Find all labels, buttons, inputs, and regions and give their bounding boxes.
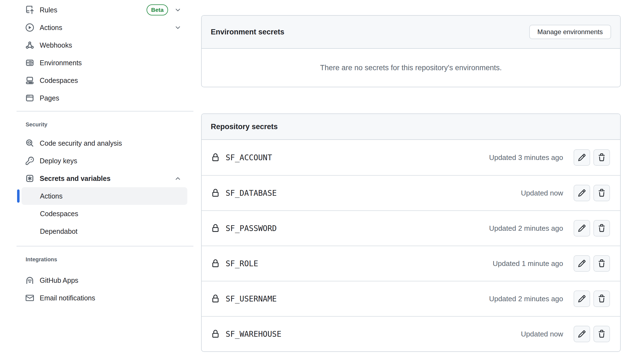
secret-row: SF_ROLE Updated 1 minute ago: [202, 246, 620, 281]
secret-name: SF_WAREHOUSE: [226, 330, 281, 339]
sidebar-item-label: Webhooks: [40, 41, 72, 49]
edit-secret-button[interactable]: [574, 185, 590, 201]
delete-secret-button[interactable]: [593, 185, 610, 201]
secret-updated: Updated now: [521, 330, 563, 338]
sidebar-item-label: Email notifications: [40, 294, 95, 302]
play-icon: [26, 23, 34, 32]
sidebar-item-label: Rules: [40, 6, 57, 14]
webhook-icon: [26, 41, 34, 49]
trash-icon: [598, 153, 606, 162]
secret-updated: Updated now: [521, 189, 563, 197]
sidebar-divider: [17, 246, 193, 246]
lock-icon: [211, 153, 220, 162]
edit-secret-button[interactable]: [574, 290, 590, 307]
mail-icon: [26, 294, 34, 302]
secret-name: SF_ROLE: [226, 259, 258, 268]
hubot-icon: [26, 276, 34, 284]
browser-icon: [26, 94, 34, 102]
environment-secrets-header: Environment secrets Manage environments: [202, 16, 620, 49]
key-icon: [26, 157, 34, 165]
repository-secrets-title: Repository secrets: [211, 123, 278, 131]
integrations-section-items: GitHub Apps Email notifications: [17, 271, 193, 307]
environment-secrets-title: Environment secrets: [211, 28, 284, 36]
lock-icon: [211, 330, 220, 338]
secret-updated: Updated 2 minutes ago: [489, 224, 563, 233]
pencil-icon: [578, 259, 586, 268]
sidebar-item-rules[interactable]: Rules Beta: [17, 1, 193, 19]
secret-row: SF_USERNAME Updated 2 minutes ago: [202, 281, 620, 316]
secret-row: SF_DATABASE Updated now: [202, 175, 620, 210]
edit-secret-button[interactable]: [574, 255, 590, 272]
sidebar-item-label: Deploy keys: [40, 157, 77, 165]
sidebar-subitem-actions[interactable]: Actions: [17, 187, 193, 205]
secret-row: SF_WAREHOUSE Updated now: [202, 316, 620, 351]
secret-row: SF_ACCOUNT Updated 3 minutes ago: [202, 140, 620, 175]
pencil-icon: [578, 295, 586, 303]
trash-icon: [598, 189, 606, 197]
sidebar-item-codespaces[interactable]: Codespaces: [17, 72, 193, 89]
pencil-icon: [578, 153, 586, 162]
lock-icon: [211, 224, 220, 232]
secret-updated: Updated 3 minutes ago: [489, 153, 563, 162]
edit-secret-button[interactable]: [574, 149, 590, 166]
codespaces-icon: [26, 76, 34, 85]
lock-icon: [211, 189, 220, 197]
delete-secret-button[interactable]: [593, 220, 610, 237]
edit-secret-button[interactable]: [574, 326, 590, 342]
key-asterisk-icon: [26, 174, 34, 183]
pencil-icon: [578, 189, 586, 197]
sidebar-item-label: Secrets and variables: [40, 175, 110, 183]
secret-row: SF_PASSWORD Updated 2 minutes ago: [202, 210, 620, 246]
settings-sidebar: Rules Beta Actions: [17, 0, 193, 307]
chevron-down-icon: [174, 24, 181, 31]
delete-secret-button[interactable]: [593, 326, 610, 342]
sidebar-item-label: Code security and analysis: [40, 139, 122, 147]
secret-name: SF_USERNAME: [226, 294, 277, 303]
pencil-icon: [578, 330, 586, 338]
repository-secrets-header: Repository secrets: [202, 114, 620, 140]
sidebar-item-actions[interactable]: Actions: [17, 19, 193, 36]
sidebar-item-code-security[interactable]: Code security and analysis: [17, 134, 193, 152]
environment-secrets-empty-message: There are no secrets for this repository…: [202, 49, 620, 87]
chevron-down-icon: [174, 7, 181, 13]
sidebar-item-label: Pages: [40, 94, 59, 102]
sidebar-item-email-notifications[interactable]: Email notifications: [17, 289, 193, 307]
sidebar-item-deploy-keys[interactable]: Deploy keys: [17, 152, 193, 170]
chevron-up-icon: [174, 175, 181, 182]
manage-environments-button[interactable]: Manage environments: [529, 25, 611, 39]
sidebar-item-label: Actions: [40, 24, 62, 32]
delete-secret-button[interactable]: [593, 149, 610, 166]
secret-name: SF_ACCOUNT: [226, 153, 272, 162]
sidebar-subitem-label: Codespaces: [40, 210, 78, 218]
sidebar-subitem-label: Actions: [40, 192, 63, 200]
secret-updated: Updated 2 minutes ago: [489, 295, 563, 303]
sidebar-divider: [17, 111, 193, 112]
sidebar-item-label: Environments: [40, 59, 82, 67]
sidebar-item-webhooks[interactable]: Webhooks: [17, 36, 193, 54]
lock-icon: [211, 295, 220, 303]
sidebar-section-integrations-title: Integrations: [26, 256, 193, 263]
sidebar-item-label: GitHub Apps: [40, 276, 78, 284]
sidebar-item-github-apps[interactable]: GitHub Apps: [17, 271, 193, 289]
sidebar-item-secrets-and-variables[interactable]: Secrets and variables: [17, 170, 193, 187]
secret-updated: Updated 1 minute ago: [493, 259, 563, 268]
sidebar-section-security-title: Security: [26, 121, 193, 128]
trash-icon: [598, 295, 606, 303]
edit-secret-button[interactable]: [574, 220, 590, 237]
sidebar-item-pages[interactable]: Pages: [17, 89, 193, 107]
codescan-icon: [26, 139, 34, 147]
delete-secret-button[interactable]: [593, 255, 610, 272]
sidebar-item-environments[interactable]: Environments: [17, 54, 193, 72]
security-section-items: Code security and analysis Deploy keys S…: [17, 134, 193, 240]
sidebar-subitem-codespaces[interactable]: Codespaces: [17, 205, 193, 222]
sidebar-item-label: Codespaces: [40, 77, 78, 85]
repo-push-icon: [26, 6, 34, 14]
trash-icon: [598, 224, 606, 232]
repo-settings-page: Rules Beta Actions: [0, 0, 632, 364]
delete-secret-button[interactable]: [593, 290, 610, 307]
repository-secrets-card: Repository secrets SF_ACCOUNT Updated 3 …: [201, 113, 621, 352]
sidebar-subitem-dependabot[interactable]: Dependabot: [17, 222, 193, 240]
environment-secrets-card: Environment secrets Manage environments …: [201, 15, 621, 87]
trash-icon: [598, 330, 606, 338]
trash-icon: [598, 259, 606, 268]
